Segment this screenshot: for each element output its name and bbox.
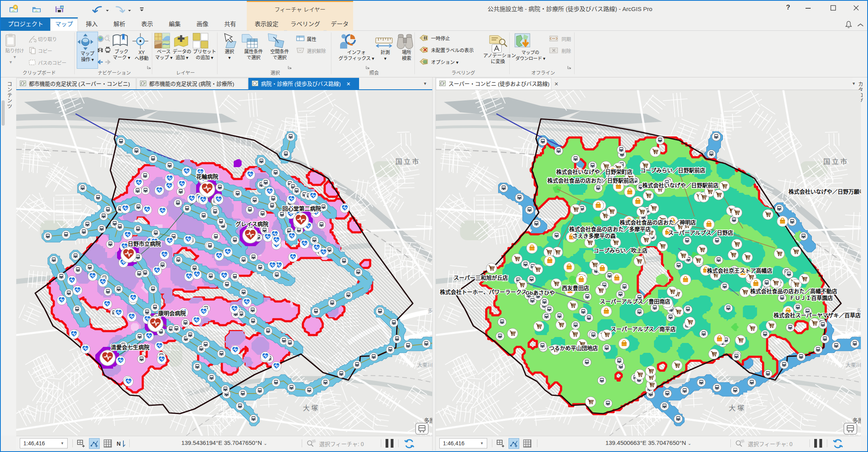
- svg-text:国立市: 国立市: [395, 158, 420, 166]
- svg-text:花輪病院: 花輪病院: [196, 173, 218, 180]
- svg-text:株式会社スーパーヤマザキ／百草店: 株式会社スーパーヤマザキ／百草店: [773, 312, 861, 318]
- svg-text:国立市: 国立市: [823, 158, 849, 166]
- svg-text:さえき多摩平の森: さえき多摩平の森: [572, 233, 616, 239]
- svg-text:スーパーアルプス／豊田南店: スーパーアルプス／豊田南店: [600, 298, 671, 305]
- svg-text:大栗川: 大栗川: [845, 362, 861, 368]
- svg-text:コープみらい／吹上店: コープみらい／吹上店: [594, 247, 648, 254]
- svg-text:株式会社食品の店おた／高幡不動店: 株式会社食品の店おた／高幡不動店: [750, 288, 838, 294]
- svg-text:株式会社京王ストア高幡店: 株式会社京王ストア高幡店: [707, 267, 773, 274]
- svg-text:コープみらい／日野駅前店: コープみらい／日野駅前店: [640, 167, 705, 173]
- svg-text:スーパー三和旭が丘店: スーパー三和旭が丘店: [454, 275, 508, 281]
- svg-text:つるかめ平山団地店: つるかめ平山団地店: [549, 345, 598, 351]
- svg-text:康明会病院: 康明会病院: [158, 310, 186, 316]
- svg-text:Gbあさひや: Gbあさひや: [526, 290, 555, 296]
- svg-text:株式会社トーホー、パワーラークス: 株式会社トーホー、パワーラークス: [440, 289, 527, 295]
- svg-text:株式会社いなげや／日野駅前店: 株式会社いなげや／日野駅前店: [642, 182, 719, 188]
- svg-text:株式会社食品の店おた／日野駅前店: 株式会社食品の店おた／日野駅前店: [547, 177, 635, 184]
- svg-text:清愛会七生病院: 清愛会七生病院: [111, 344, 149, 350]
- svg-text:株式会社食品の店おた／神明店: 株式会社食品の店おた／神明店: [620, 219, 696, 226]
- svg-text:株式会社いなげや／日野栄町店: 株式会社いなげや／日野栄町店: [556, 169, 633, 175]
- svg-text:多摩: 多摩: [427, 308, 432, 314]
- svg-text:株式会社食品の店おた／多摩平店: 株式会社食品の店おた／多摩平店: [569, 226, 651, 232]
- svg-text:回心堂第二病院: 回心堂第二病院: [282, 205, 321, 212]
- svg-text:グレイス病院: グレイス病院: [235, 221, 269, 227]
- svg-text:ＦＵＪＩ百草園店: ＦＵＪＩ百草園店: [789, 295, 833, 301]
- svg-text:西友豊田店: 西友豊田店: [562, 285, 589, 291]
- svg-text:大塚: 大塚: [729, 404, 746, 412]
- svg-text:大塚: 大塚: [303, 405, 320, 412]
- svg-text:株式会社いなげや／日野万願寺駅前店: 株式会社いなげや／日野万願寺駅前店: [789, 188, 861, 195]
- svg-text:スーパーアルプス／南平店: スーパーアルプス／南平店: [611, 326, 676, 332]
- svg-text:大栗川: 大栗川: [417, 362, 432, 368]
- svg-text:日野市立病院: 日野市立病院: [128, 241, 161, 247]
- svg-text:スーパーアルプス／日野店: スーパーアルプス／日野店: [668, 230, 734, 236]
